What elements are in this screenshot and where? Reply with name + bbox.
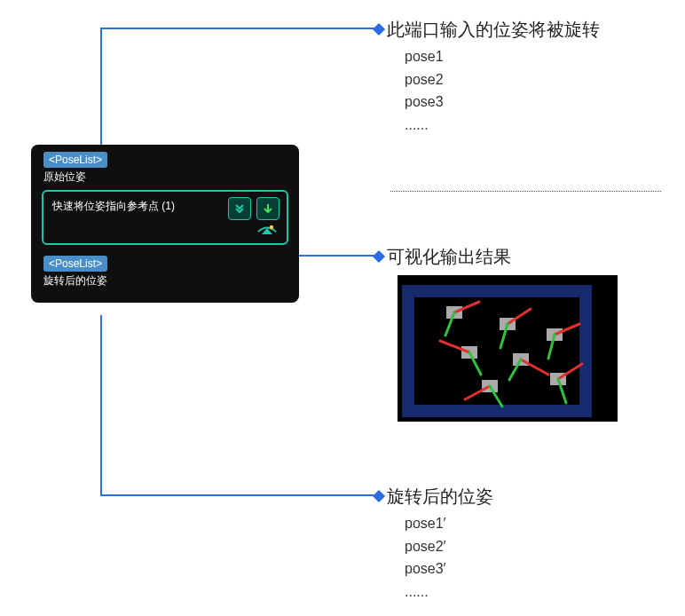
- callout-input: 此端口输入的位姿将被旋转 pose1 pose2 pose3 ......: [387, 18, 600, 136]
- svg-line-11: [521, 359, 548, 375]
- list-item: pose2′: [405, 535, 493, 558]
- output-port-type: <PoseList>: [43, 256, 107, 272]
- callout-visualization: 可视化输出结果: [387, 245, 511, 269]
- input-port-type: <PoseList>: [43, 152, 107, 168]
- step-node: <PoseList> 原始位姿 快速将位姿指向参考点 (1): [31, 145, 299, 303]
- eye-icon: [256, 222, 278, 238]
- callout-output: 旋转后的位姿 pose1′ pose2′ pose3′ ......: [387, 485, 493, 603]
- svg-line-17: [465, 386, 490, 399]
- connector-line: [100, 28, 375, 29]
- callout-output-list: pose1′ pose2′ pose3′ ......: [405, 512, 493, 603]
- svg-line-5: [508, 309, 531, 324]
- callout-output-title: 旋转后的位姿: [387, 485, 493, 509]
- dotted-separator: [390, 191, 661, 192]
- svg-point-24: [270, 225, 273, 229]
- visualization-image: [398, 275, 618, 422]
- output-port-label: 旋转后的位姿: [43, 273, 299, 288]
- diamond-icon: [373, 250, 385, 263]
- svg-line-20: [558, 364, 582, 379]
- list-item: ......: [405, 114, 600, 137]
- diamond-icon: [373, 490, 385, 502]
- list-item: pose1: [405, 45, 600, 68]
- list-item: pose3: [405, 91, 600, 114]
- connector-line: [100, 315, 102, 494]
- step-body[interactable]: 快速将位姿指向参考点 (1): [42, 190, 288, 245]
- double-chevron-down-icon: [233, 202, 246, 215]
- svg-rect-0: [408, 291, 586, 411]
- list-item: pose1′: [405, 512, 493, 535]
- list-item: ......: [405, 580, 493, 604]
- list-item: pose2: [405, 68, 600, 91]
- connector-line: [100, 28, 102, 152]
- callout-input-list: pose1 pose2 pose3 ......: [405, 45, 600, 136]
- visualize-button[interactable]: [256, 222, 278, 238]
- list-item: pose3′: [405, 557, 493, 580]
- callout-input-title: 此端口输入的位姿将被旋转: [387, 18, 600, 42]
- callout-viz-title: 可视化输出结果: [387, 245, 511, 269]
- arrow-down-icon: [262, 202, 274, 215]
- step-collapse-button[interactable]: [228, 197, 251, 220]
- step-run-button[interactable]: [256, 197, 280, 220]
- diamond-icon: [373, 23, 385, 36]
- connector-line: [100, 494, 375, 496]
- input-port-label: 原始位姿: [43, 170, 299, 185]
